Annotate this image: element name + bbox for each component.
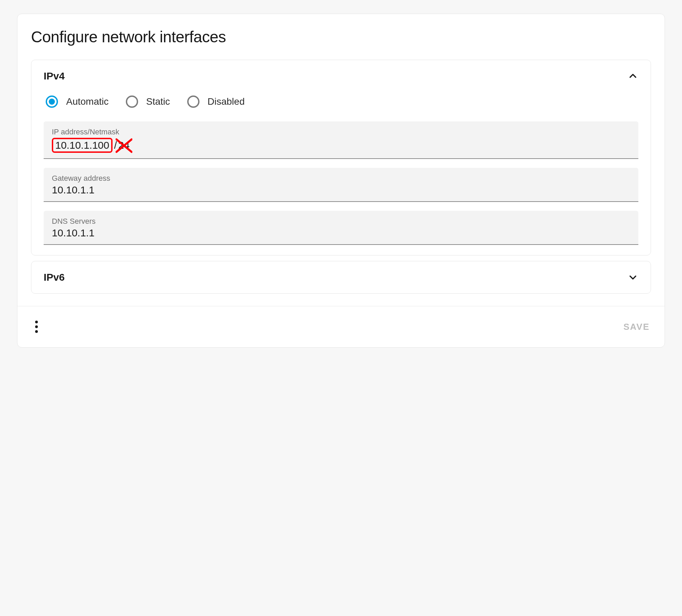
annotation-crossed-text: 24 (118, 139, 130, 151)
radio-icon-selected (46, 96, 58, 108)
annotation-highlight-box: 10.10.1.100 (52, 138, 113, 153)
dns-value: 10.10.1.1 (52, 227, 630, 239)
more-options-button[interactable] (32, 318, 41, 336)
network-config-card: Configure network interfaces IPv4 Automa… (17, 14, 665, 348)
ipv6-title: IPv6 (44, 272, 65, 283)
radio-static[interactable]: Static (126, 96, 170, 108)
radio-automatic[interactable]: Automatic (46, 96, 109, 108)
ipv4-mode-radio-group: Automatic Static Disabled (44, 92, 638, 121)
radio-static-label: Static (146, 96, 170, 107)
ip-netmask-label: IP address/Netmask (52, 128, 630, 136)
chevron-up-icon (627, 71, 638, 82)
ip-netmask-field[interactable]: IP address/Netmask 10.10.1.100/24 (44, 121, 638, 159)
radio-automatic-label: Automatic (66, 96, 109, 107)
card-actions: SAVE (17, 306, 665, 347)
radio-disabled[interactable]: Disabled (187, 96, 245, 108)
ipv4-header[interactable]: IPv4 (31, 60, 651, 92)
kebab-dot-icon (35, 325, 38, 328)
kebab-dot-icon (35, 330, 38, 333)
ipv4-section: IPv4 Automatic Static (31, 60, 651, 255)
ipv4-title: IPv4 (44, 70, 65, 82)
save-button[interactable]: SAVE (623, 322, 650, 332)
ipv6-section: IPv6 (31, 261, 651, 294)
dns-field[interactable]: DNS Servers 10.10.1.1 (44, 211, 638, 245)
chevron-down-icon (627, 272, 638, 283)
gateway-value: 10.10.1.1 (52, 184, 630, 196)
ip-slash: / (114, 140, 117, 151)
dns-label: DNS Servers (52, 217, 630, 226)
card-body: IPv4 Automatic Static (17, 49, 665, 306)
card-header: Configure network interfaces (17, 14, 665, 49)
ipv4-content: Automatic Static Disabled IP address/Net… (31, 92, 651, 255)
gateway-label: Gateway address (52, 174, 630, 183)
gateway-field[interactable]: Gateway address 10.10.1.1 (44, 168, 638, 202)
ipv6-header[interactable]: IPv6 (31, 261, 651, 293)
radio-icon (187, 96, 199, 108)
kebab-dot-icon (35, 321, 38, 323)
ip-netmask-value: 10.10.1.100/24 (52, 138, 630, 153)
radio-icon (126, 96, 138, 108)
page-title: Configure network interfaces (31, 28, 651, 46)
radio-disabled-label: Disabled (208, 96, 245, 107)
